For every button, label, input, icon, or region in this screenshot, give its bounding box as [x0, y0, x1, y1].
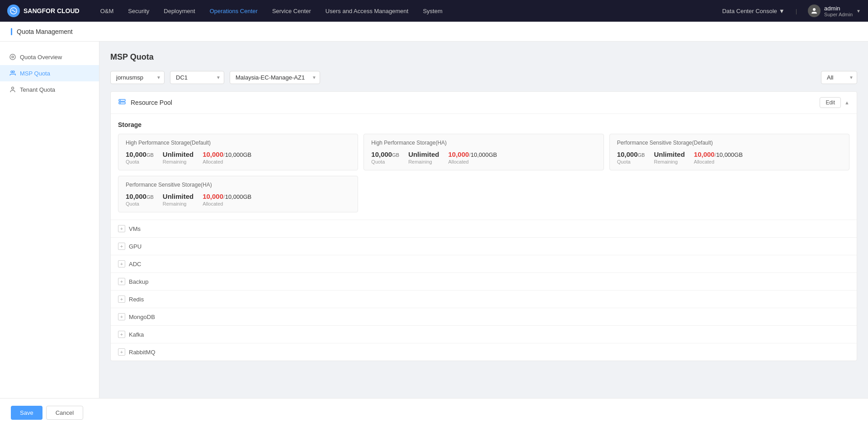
allocated-label-0: Allocated [203, 159, 251, 164]
storage-section-title: Storage [118, 121, 849, 128]
sidebar-item-label: MSP Quota [20, 70, 50, 77]
quota-overview-icon [9, 53, 16, 61]
svg-point-6 [12, 87, 14, 89]
sidebar-item-quota-overview[interactable]: Quota Overview [0, 49, 99, 65]
expand-icon-gpu: + [118, 243, 125, 250]
page-title: MSP Quota [110, 52, 857, 62]
nav-item-security[interactable]: Security [122, 5, 156, 17]
dc-select[interactable]: DC1 [170, 71, 224, 84]
storage-grid-row1: High Performance Storage(Default) 10,000… [118, 134, 849, 170]
expand-section-kafka[interactable]: + Kafka [111, 325, 857, 343]
nav-item-operations[interactable]: Operations Center [203, 5, 264, 17]
top-navigation: SANGFOR CLOUD O&M Security Deployment Op… [0, 0, 868, 22]
metric-quota-0: 10,000GB Quota [126, 150, 154, 164]
breadcrumb-bar: Quota Management [0, 22, 868, 42]
breadcrumb-accent [11, 28, 12, 35]
cancel-button[interactable]: Cancel [46, 406, 83, 420]
all-filter[interactable]: All ▼ [821, 71, 857, 84]
allocated-label-2: Allocated [694, 159, 743, 164]
nav-right: Data Center Console ▼ | admin Super Admi… [722, 5, 861, 17]
quota-value-2: 10,000GB [617, 150, 645, 158]
expand-icon-vms: + [118, 225, 125, 232]
expand-label-backup: Backup [129, 278, 148, 285]
remaining-label-0: Remaining [163, 159, 193, 164]
app-logo[interactable]: SANGFOR CLOUD [7, 5, 80, 17]
svg-point-3 [12, 56, 14, 58]
storage-card-title-3: Performance Sensitive Storage(HA) [126, 182, 350, 188]
az-filter[interactable]: Malaysia-EC-Manage-AZ1 ▼ [230, 71, 320, 84]
nav-item-users[interactable]: Users and Access Management [319, 5, 415, 17]
remaining-value-0: Unlimited [163, 150, 193, 158]
metric-quota-3: 10,000GB Quota [126, 192, 154, 206]
admin-details: admin Super Admin [824, 5, 853, 17]
allocated-label-1: Allocated [448, 159, 497, 164]
svg-point-5 [13, 71, 14, 73]
avatar [808, 5, 821, 17]
msp-select[interactable]: jornusmsp [110, 71, 165, 84]
expand-sections-container: + VMs + GPU + ADC + Backup + Redis + Mon… [111, 220, 857, 361]
sidebar-item-tenant-quota[interactable]: Tenant Quota [0, 81, 99, 98]
metric-quota-1: 10,000GB Quota [371, 150, 399, 164]
all-select[interactable]: All [821, 71, 857, 84]
expand-section-vms[interactable]: + VMs [111, 220, 857, 237]
remaining-label-3: Remaining [163, 201, 193, 206]
nav-divider: | [792, 8, 801, 14]
chevron-down-icon: ▼ [779, 8, 785, 14]
metric-quota-2: 10,000GB Quota [617, 150, 645, 164]
save-button[interactable]: Save [11, 406, 42, 420]
quota-value-1: 10,000GB [371, 150, 399, 158]
nav-item-service[interactable]: Service Center [266, 5, 317, 17]
expand-section-gpu[interactable]: + GPU [111, 237, 857, 255]
remaining-label-1: Remaining [408, 159, 439, 164]
nav-item-system[interactable]: System [416, 5, 448, 17]
content-area: MSP Quota jornusmsp ▼ DC1 ▼ M [99, 42, 868, 427]
dc-filter[interactable]: DC1 ▼ [170, 71, 224, 84]
nav-item-om[interactable]: O&M [94, 5, 120, 17]
storage-section: Storage High Performance Storage(Default… [111, 114, 857, 220]
sidebar-item-msp-quota[interactable]: MSP Quota [0, 65, 99, 81]
allocated-label-3: Allocated [203, 201, 251, 206]
resource-pool-title: Resource Pool [118, 98, 172, 108]
logo-icon [7, 5, 20, 17]
remaining-value-2: Unlimited [654, 150, 684, 158]
data-center-button[interactable]: Data Center Console ▼ [722, 8, 784, 14]
allocated-value-1: 10,000/10,000GB [448, 150, 497, 158]
expand-label-kafka: Kafka [129, 331, 144, 338]
expand-section-rabbitmq[interactable]: + RabbitMQ [111, 343, 857, 361]
filter-row: jornusmsp ▼ DC1 ▼ Malaysia-EC-Manage-AZ1… [110, 71, 857, 84]
expand-icon-adc: + [118, 260, 125, 267]
allocated-value-3: 10,000/10,000GB [203, 192, 251, 200]
metric-remaining-3: Unlimited Remaining [163, 192, 193, 206]
nav-item-deployment[interactable]: Deployment [157, 5, 201, 17]
expand-label-adc: ADC [129, 261, 141, 267]
msp-quota-icon [9, 70, 16, 77]
metric-remaining-0: Unlimited Remaining [163, 150, 193, 164]
expand-section-backup[interactable]: + Backup [111, 272, 857, 290]
az-select[interactable]: Malaysia-EC-Manage-AZ1 [230, 71, 320, 84]
quota-label-1: Quota [371, 159, 399, 164]
collapse-button[interactable]: ▲ [844, 100, 849, 105]
expand-section-adc[interactable]: + ADC [111, 255, 857, 272]
tenant-quota-icon [9, 86, 16, 93]
expand-label-rabbitmq: RabbitMQ [129, 349, 156, 356]
expand-icon-rabbitmq: + [118, 348, 125, 356]
metric-allocated-2: 10,000/10,000GB Allocated [694, 150, 743, 164]
remaining-label-2: Remaining [654, 159, 684, 164]
svg-point-1 [813, 8, 816, 11]
metric-allocated-3: 10,000/10,000GB Allocated [203, 192, 251, 206]
admin-chevron-icon: ▼ [856, 9, 861, 14]
allocated-value-0: 10,000/10,000GB [203, 150, 251, 158]
sidebar-item-label: Quota Overview [20, 54, 62, 61]
storage-card-3: Performance Sensitive Storage(HA) 10,000… [118, 176, 358, 212]
edit-button[interactable]: Edit [820, 97, 841, 108]
expand-label-redis: Redis [129, 296, 144, 303]
admin-info[interactable]: admin Super Admin ▼ [808, 5, 861, 17]
storage-card-1: High Performance Storage(HA) 10,000GB Qu… [363, 134, 604, 170]
expand-section-redis[interactable]: + Redis [111, 290, 857, 308]
storage-card-0: High Performance Storage(Default) 10,000… [118, 134, 358, 170]
quota-label-2: Quota [617, 159, 645, 164]
expand-icon-backup: + [118, 278, 125, 285]
msp-filter[interactable]: jornusmsp ▼ [110, 71, 165, 84]
storage-card-title-0: High Performance Storage(Default) [126, 140, 350, 146]
expand-section-mongodb[interactable]: + MongoDB [111, 308, 857, 325]
